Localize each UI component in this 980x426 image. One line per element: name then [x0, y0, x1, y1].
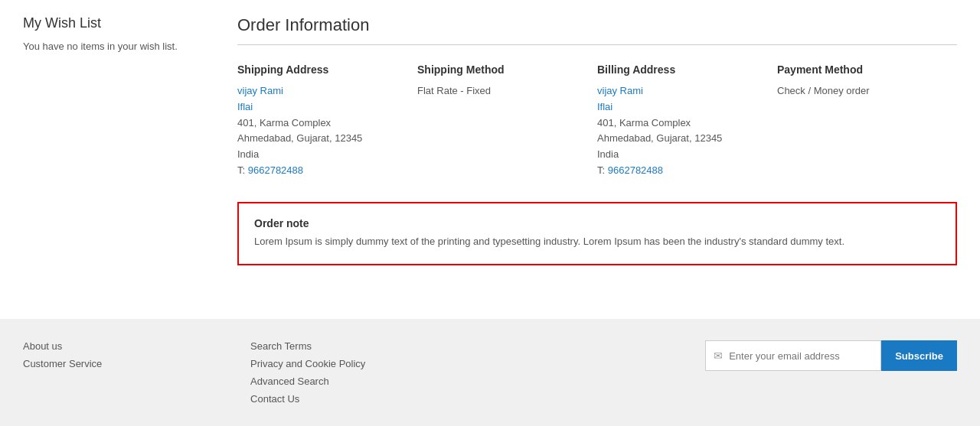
billing-city: Ahmedabad, Gujarat, 12345 — [597, 131, 762, 147]
order-note-title: Order note — [254, 217, 940, 229]
page-wrapper: My Wish List You have no items in your w… — [0, 0, 980, 426]
shipping-name: vijay Rami — [237, 83, 402, 99]
shipping-method-value: Flat Rate - Fixed — [417, 83, 582, 99]
newsletter-input-wrap: ✉ — [705, 340, 881, 371]
billing-address-col: Billing Address vijay Rami Iflai 401, Ka… — [597, 63, 777, 179]
newsletter-email-input[interactable] — [729, 350, 873, 362]
payment-method-col: Payment Method Check / Money order — [777, 63, 957, 179]
sidebar: My Wish List You have no items in your w… — [23, 15, 222, 304]
shipping-city: Ahmedabad, Gujarat, 12345 — [237, 131, 402, 147]
footer-link-search-terms[interactable]: Search Terms — [250, 340, 478, 352]
payment-method-value: Check / Money order — [777, 83, 942, 99]
footer-link-about-us[interactable]: About us — [23, 340, 250, 352]
sidebar-title: My Wish List — [23, 15, 207, 31]
main-content: My Wish List You have no items in your w… — [0, 0, 980, 319]
billing-address-title: Billing Address — [597, 63, 762, 76]
footer-link-privacy[interactable]: Privacy and Cookie Policy — [250, 358, 478, 369]
billing-country: India — [597, 147, 762, 163]
shipping-company: Iflai — [237, 99, 402, 115]
footer-newsletter: ✉ Subscribe — [705, 340, 957, 371]
billing-company: Iflai — [597, 99, 762, 115]
billing-phone: T: 9662782488 — [597, 163, 762, 179]
newsletter-subscribe-button[interactable]: Subscribe — [881, 340, 957, 371]
footer-link-contact-us[interactable]: Contact Us — [250, 393, 478, 405]
order-info-divider — [237, 44, 957, 45]
sidebar-empty-text: You have no items in your wish list. — [23, 41, 207, 52]
email-icon: ✉ — [714, 350, 723, 362]
shipping-street: 401, Karma Complex — [237, 115, 402, 132]
shipping-method-col: Shipping Method Flat Rate - Fixed — [417, 63, 597, 179]
shipping-phone: T: 9662782488 — [237, 163, 402, 179]
payment-method-title: Payment Method — [777, 63, 942, 76]
shipping-address-col: Shipping Address vijay Rami Iflai 401, K… — [237, 63, 417, 179]
billing-street: 401, Karma Complex — [597, 115, 762, 132]
shipping-country: India — [237, 147, 402, 163]
order-note-text: Lorem Ipsum is simply dummy text of the … — [254, 234, 940, 250]
footer: About us Customer Service Search Terms P… — [0, 319, 980, 426]
shipping-address-title: Shipping Address — [237, 63, 402, 76]
order-note-box: Order note Lorem Ipsum is simply dummy t… — [237, 202, 957, 265]
order-columns: Shipping Address vijay Rami Iflai 401, K… — [237, 63, 957, 179]
shipping-method-title: Shipping Method — [417, 63, 582, 76]
footer-col-2: Search Terms Privacy and Cookie Policy A… — [250, 340, 478, 411]
footer-link-advanced-search[interactable]: Advanced Search — [250, 376, 478, 387]
order-section: Order Information Shipping Address vijay… — [222, 15, 957, 304]
footer-col-1: About us Customer Service — [23, 340, 250, 376]
footer-link-customer-service[interactable]: Customer Service — [23, 358, 250, 369]
order-info-title: Order Information — [237, 15, 957, 35]
billing-name: vijay Rami — [597, 83, 762, 99]
